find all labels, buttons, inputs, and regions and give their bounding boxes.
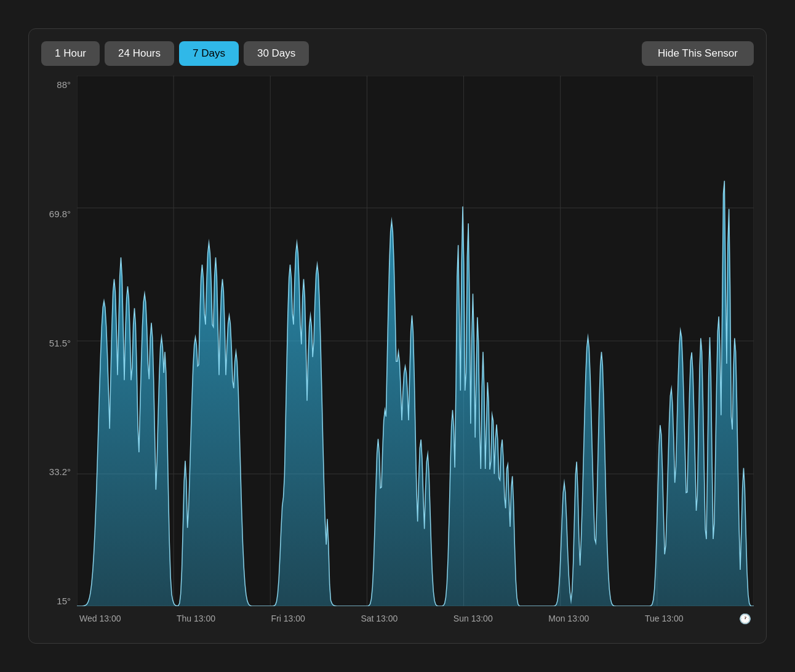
y-label-15: 15° bbox=[41, 596, 77, 606]
x-label-wed: Wed 13:00 bbox=[79, 614, 121, 623]
y-label-88: 88° bbox=[41, 79, 77, 90]
x-label-sat: Sat 13:00 bbox=[361, 614, 398, 623]
y-label-332: 33.2° bbox=[41, 466, 77, 477]
btn-24hours[interactable]: 24 Hours bbox=[105, 41, 174, 66]
btn-30days[interactable]: 30 Days bbox=[244, 41, 309, 66]
x-axis: Wed 13:00 Thu 13:00 Fri 13:00 Sat 13:00 … bbox=[77, 606, 754, 631]
btn-7days[interactable]: 7 Days bbox=[179, 41, 239, 66]
clock-icon: 🕐 bbox=[739, 613, 751, 625]
x-label-tue: Tue 13:00 bbox=[645, 614, 684, 623]
chart-area: 88° 69.8° 51.5° 33.2° 15° Wed 13:00 Thu … bbox=[41, 76, 754, 631]
y-label-515: 51.5° bbox=[41, 338, 77, 348]
btn-1hour[interactable]: 1 Hour bbox=[41, 41, 100, 66]
x-label-fri: Fri 13:00 bbox=[271, 614, 305, 623]
hide-sensor-button[interactable]: Hide This Sensor bbox=[642, 41, 754, 66]
y-label-698: 69.8° bbox=[41, 209, 77, 219]
x-label-thu: Thu 13:00 bbox=[177, 614, 215, 623]
y-axis: 88° 69.8° 51.5° 33.2° 15° bbox=[41, 76, 77, 631]
toolbar: 1 Hour 24 Hours 7 Days 30 Days Hide This… bbox=[41, 41, 754, 66]
x-label-mon: Mon 13:00 bbox=[548, 614, 589, 623]
chart-inner: Wed 13:00 Thu 13:00 Fri 13:00 Sat 13:00 … bbox=[77, 76, 754, 631]
main-container: 1 Hour 24 Hours 7 Days 30 Days Hide This… bbox=[28, 28, 767, 644]
chart-canvas bbox=[77, 76, 754, 606]
x-label-sun: Sun 13:00 bbox=[453, 614, 493, 623]
